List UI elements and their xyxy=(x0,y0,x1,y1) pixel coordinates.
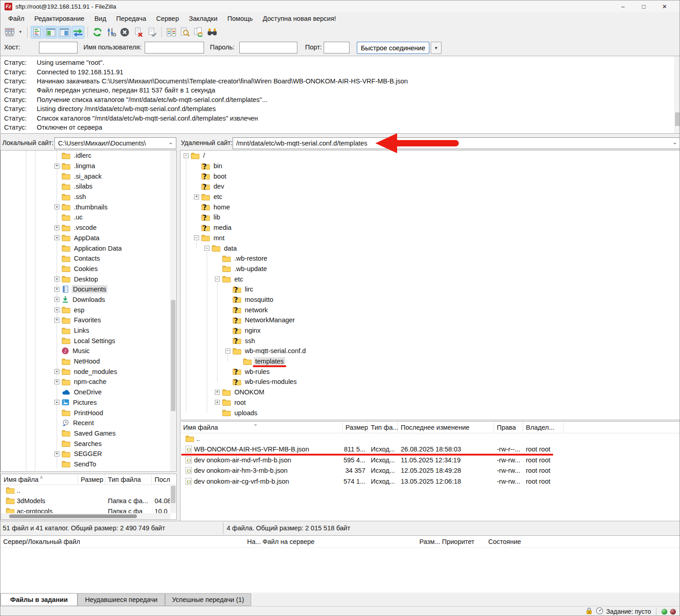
collapse-toggle-icon[interactable]: − xyxy=(225,349,230,354)
collapse-toggle-icon[interactable]: − xyxy=(215,276,220,281)
filename-filters-icon[interactable] xyxy=(179,26,191,39)
tree-item-si-apack[interactable]: .si_apack xyxy=(1,171,176,181)
queue-column-приоритет[interactable]: Приоритет xyxy=(442,538,475,545)
collapse-toggle-icon[interactable]: − xyxy=(194,235,199,240)
maximize-button[interactable]: □ xyxy=(633,0,654,12)
tree-item-thumbnails[interactable]: + .thumbnails xyxy=(1,202,176,212)
queue-column-сервер-локальный-файл[interactable]: Сервер/Локальный файл xyxy=(3,538,80,545)
site-manager-dropdown-icon[interactable]: ▼ xyxy=(17,26,24,39)
directory-comparison-icon[interactable] xyxy=(165,26,178,39)
tree-item-application-data[interactable]: Application Data xyxy=(1,243,176,253)
tree-item-favorites[interactable]: + Favorites xyxy=(1,315,176,325)
column-header-права[interactable]: Права xyxy=(494,422,523,433)
expand-toggle-icon[interactable]: + xyxy=(54,451,59,456)
tab-успешные-передачи-1[interactable]: Успешные передачи (1) xyxy=(165,593,251,606)
tree-item-pictures[interactable]: +Pictures xyxy=(1,398,176,408)
tree-item-onedrive[interactable]: OneDrive xyxy=(1,387,176,398)
column-header-имя-файла[interactable]: Имя файла˄ xyxy=(1,474,78,485)
tree-item-media[interactable]: ?media xyxy=(180,223,680,233)
host-input[interactable] xyxy=(39,42,78,53)
tree-item-vscode[interactable]: + .vscode xyxy=(1,223,176,233)
tree-item-lib[interactable]: ?lib xyxy=(180,212,680,223)
tree-item-wb-restore[interactable]: .wb-restore xyxy=(180,253,680,264)
tree-item-silabs[interactable]: .silabs xyxy=(1,181,176,192)
expand-toggle-icon[interactable]: + xyxy=(54,235,59,240)
tree-item-links[interactable]: Links xyxy=(1,325,176,336)
tree-item-music[interactable]: ♪Music xyxy=(1,346,176,356)
tree-item-boot[interactable]: ?boot xyxy=(180,171,680,181)
column-header-размер[interactable]: Размер xyxy=(78,474,105,485)
expand-toggle-icon[interactable]: + xyxy=(54,225,59,230)
column-header-последнее-изменение[interactable]: Последнее изменение xyxy=(398,422,494,433)
toggle-local-tree-icon[interactable] xyxy=(44,26,57,39)
toggle-remote-tree-icon[interactable] xyxy=(58,26,71,39)
tree-item-ssh[interactable]: ?ssh xyxy=(180,335,680,346)
menu-item-редактирование[interactable]: Редактирование xyxy=(29,14,89,24)
file-row-item[interactable]: .. xyxy=(180,433,680,444)
reconnect-icon[interactable] xyxy=(146,26,158,39)
column-header-тип-файла[interactable]: Тип файла xyxy=(105,474,152,485)
password-input[interactable] xyxy=(239,42,297,53)
menu-item-вид[interactable]: Вид xyxy=(89,14,111,24)
expand-toggle-icon[interactable]: + xyxy=(54,287,59,292)
expand-toggle-icon[interactable]: + xyxy=(54,369,59,374)
menu-item-сервер[interactable]: Сервер xyxy=(151,14,184,24)
tree-item-network[interactable]: ?network xyxy=(180,305,680,315)
column-header-владел[interactable]: Владел... xyxy=(523,422,564,433)
tree-item-segger[interactable]: + SEGGER xyxy=(1,449,176,459)
expand-toggle-icon[interactable]: + xyxy=(54,307,59,312)
local-list-hscrollbar[interactable] xyxy=(1,513,170,519)
collapse-toggle-icon[interactable]: − xyxy=(204,246,209,251)
log-scrollbar[interactable] xyxy=(674,56,680,133)
tree-item-nethood[interactable]: NetHood xyxy=(1,356,176,367)
tab-неудавшиеся-передачи[interactable]: Неудавшиеся передачи xyxy=(78,593,165,606)
tree-item-lirc[interactable]: ?lirc xyxy=(180,284,680,295)
tree-item-wb-mqtt-serial-conf-d[interactable]: − wb-mqtt-serial.conf.d xyxy=(180,346,680,356)
tree-item-downloads[interactable]: +Downloads xyxy=(1,295,176,305)
tree-item-data[interactable]: − data xyxy=(180,243,680,253)
tree-item-sendto[interactable]: SendTo xyxy=(1,459,176,470)
column-header-тип-фа[interactable]: Тип фа... xyxy=(368,422,398,433)
local-list-scrollbar-thumb[interactable] xyxy=(171,486,175,503)
expand-toggle-icon[interactable]: + xyxy=(54,297,59,302)
tree-item-uploads[interactable]: uploads xyxy=(180,407,680,418)
port-input[interactable] xyxy=(324,42,350,53)
collapse-toggle-icon[interactable]: − xyxy=(184,153,189,158)
tree-item-appdata[interactable]: + AppData xyxy=(1,233,176,243)
queue-column-состояние[interactable]: Состояние xyxy=(488,538,521,545)
tree-item-bin[interactable]: ?bin xyxy=(180,161,680,171)
tree-item-saved-games[interactable]: Saved Games xyxy=(1,428,176,439)
expand-toggle-icon[interactable]: + xyxy=(215,400,220,405)
tree-item-lingma[interactable]: + .lingma xyxy=(1,161,176,171)
tree-item-onokom[interactable]: + ONOKOM xyxy=(180,387,680,398)
column-header-посл[interactable]: Посл xyxy=(152,474,177,485)
tree-item-mosquitto[interactable]: ?mosquitto xyxy=(180,295,680,305)
tree-item-local-settings[interactable]: Local Settings xyxy=(1,335,176,346)
tree-item-idlerc[interactable]: .idlerc xyxy=(1,150,176,161)
column-header-имя-файла[interactable]: Имя файла⌄ xyxy=(180,422,343,433)
local-list-scrollbar[interactable] xyxy=(170,485,176,513)
tree-item-wb-rules-modules[interactable]: ?wb-rules-modules xyxy=(180,377,680,387)
tree-item-etc[interactable]: − etc xyxy=(180,274,680,284)
menu-item-помощь[interactable]: Помощь xyxy=(223,14,258,24)
tree-item-npm-cache[interactable]: + npm-cache xyxy=(1,377,176,387)
synchronized-browsing-icon[interactable] xyxy=(192,26,205,39)
tree-item-mnt[interactable]: − mnt xyxy=(180,233,680,243)
expand-toggle-icon[interactable]: + xyxy=(54,204,59,209)
tree-item-ssh[interactable]: .ssh xyxy=(1,192,176,202)
tree-item-esp[interactable]: + esp xyxy=(1,305,176,315)
tree-item-wb-update[interactable]: .wb-update xyxy=(180,264,680,274)
local-tree-scrollbar-thumb[interactable] xyxy=(171,300,175,411)
tree-item-nginx[interactable]: ?nginx xyxy=(180,325,680,336)
disconnect-icon[interactable] xyxy=(132,26,145,39)
file-row-dev-onokom-air-cg-vrf-mb-b-json[interactable]: {}dev onokom-air-cg-vrf-mb-b.json574 1..… xyxy=(180,476,680,487)
find-files-icon[interactable] xyxy=(206,26,219,39)
menu-item-файл[interactable]: Файл xyxy=(3,14,29,24)
tree-item-contacts[interactable]: Contacts xyxy=(1,253,176,264)
menu-item-закладки[interactable]: Закладки xyxy=(184,14,223,24)
file-row-dev-onokom-air-md-vrf-mb-b-json[interactable]: {}dev onokom-air-md-vrf-mb-b.json595 4..… xyxy=(180,455,680,466)
toggle-transfer-queue-icon[interactable] xyxy=(72,26,84,39)
tree-item-uc[interactable]: .uc xyxy=(1,212,176,223)
menu-item-доступна-новая-версия[interactable]: Доступна новая версия! xyxy=(258,14,341,24)
tree-item-searches[interactable]: Searches xyxy=(1,438,176,449)
